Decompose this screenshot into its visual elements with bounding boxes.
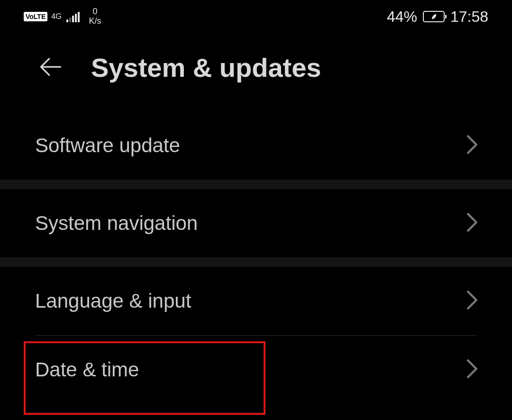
chevron-right-icon xyxy=(466,212,479,235)
section-divider xyxy=(0,257,512,267)
signal-icon xyxy=(66,11,80,22)
back-button[interactable] xyxy=(38,55,63,81)
item-date-time[interactable]: Date & time xyxy=(0,336,512,404)
settings-list: Software update System navigation Langua… xyxy=(0,111,512,404)
status-left: VoLTE 4G 0 K/s xyxy=(24,7,101,26)
item-label: Software update xyxy=(35,134,180,157)
chevron-right-icon xyxy=(466,134,479,157)
chevron-right-icon xyxy=(466,290,479,312)
item-label: System navigation xyxy=(35,212,198,235)
data-speed-value: 0 xyxy=(93,7,98,17)
network-type: 4G xyxy=(51,13,61,20)
status-right: 44% 17:58 xyxy=(387,8,488,26)
header: System & updates xyxy=(0,33,512,111)
section-divider xyxy=(0,180,512,189)
status-bar: VoLTE 4G 0 K/s 44% 17:58 xyxy=(0,0,512,33)
battery-percent: 44% xyxy=(387,8,417,26)
page-title: System & updates xyxy=(91,52,321,83)
volte-badge: VoLTE xyxy=(24,12,47,21)
data-speed-unit: K/s xyxy=(89,17,101,26)
item-label: Language & input xyxy=(35,290,191,312)
clock: 17:58 xyxy=(450,8,488,26)
item-system-navigation[interactable]: System navigation xyxy=(0,189,512,257)
item-label: Date & time xyxy=(35,358,139,381)
item-software-update[interactable]: Software update xyxy=(0,111,512,180)
item-language-input[interactable]: Language & input xyxy=(0,267,512,335)
battery-icon xyxy=(423,11,445,22)
network-indicator: 4G xyxy=(51,13,61,20)
data-speed: 0 K/s xyxy=(89,7,101,26)
chevron-right-icon xyxy=(466,358,479,381)
arrow-left-icon xyxy=(38,55,63,79)
